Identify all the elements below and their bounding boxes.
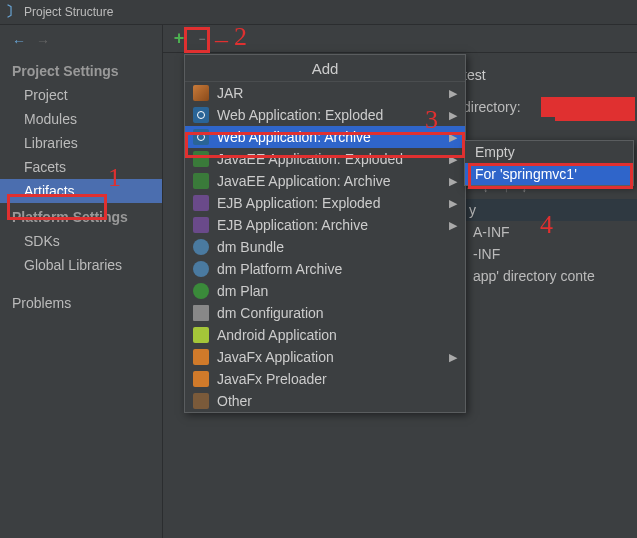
submenu-arrow-icon: ▶ — [449, 153, 457, 166]
popup-item-other[interactable]: Other — [185, 390, 465, 412]
tree-header: y — [453, 199, 637, 221]
popup-item-label: JavaFx Preloader — [217, 371, 327, 387]
fx-icon — [193, 349, 209, 365]
dm-icon — [193, 239, 209, 255]
popup-item-label: Web Application: Exploded — [217, 107, 383, 123]
popup-item-javaee-application-archive[interactable]: JavaEE Application: Archive▶ — [185, 170, 465, 192]
sidebar-item-problems[interactable]: Problems — [0, 291, 162, 315]
submenu-arrow-icon: ▶ — [449, 109, 457, 122]
add-popup: Add JAR▶Web Application: Exploded▶Web Ap… — [184, 54, 466, 413]
popup-item-label: EJB Application: Archive — [217, 217, 368, 233]
popup-title: Add — [185, 55, 465, 82]
sidebar-item-modules[interactable]: Modules — [0, 107, 162, 131]
submenu-item-empty[interactable]: Empty — [465, 141, 633, 163]
popup-item-web-application-exploded[interactable]: Web Application: Exploded▶ — [185, 104, 465, 126]
nav-forward-icon[interactable]: → — [36, 33, 50, 49]
popup-item-label: Web Application: Archive — [217, 129, 371, 145]
popup-item-label: JavaFx Application — [217, 349, 334, 365]
fx-icon — [193, 371, 209, 387]
ejb-icon — [193, 217, 209, 233]
popup-item-label: dm Configuration — [217, 305, 324, 321]
submenu-arrow-icon: ▶ — [449, 87, 457, 100]
submenu-arrow-icon: ▶ — [449, 175, 457, 188]
popup-item-label: Other — [217, 393, 252, 409]
submenu-arrow-icon: ▶ — [449, 219, 457, 232]
sidebar-item-global-libraries[interactable]: Global Libraries — [0, 253, 162, 277]
popup-item-label: Android Application — [217, 327, 337, 343]
popup-item-label: dm Plan — [217, 283, 268, 299]
add-button[interactable]: + — [169, 29, 189, 49]
sidebar-item-facets[interactable]: Facets — [0, 155, 162, 179]
web-icon — [193, 129, 209, 145]
toolbar: + − — [163, 25, 637, 53]
popup-item-dm-platform-archive[interactable]: dm Platform Archive — [185, 258, 465, 280]
add-submenu: EmptyFor 'springmvc1' — [464, 140, 634, 186]
popup-item-android-application[interactable]: Android Application — [185, 324, 465, 346]
submenu-arrow-icon: ▶ — [449, 351, 457, 364]
section-platform-settings: Platform Settings — [0, 203, 162, 229]
file-icon — [193, 305, 209, 321]
popup-item-dm-configuration[interactable]: dm Configuration — [185, 302, 465, 324]
nav-arrows: ← → — [0, 29, 162, 57]
javaee-icon — [193, 151, 209, 167]
javaee-icon — [193, 173, 209, 189]
jar-icon — [193, 85, 209, 101]
sidebar-item-libraries[interactable]: Libraries — [0, 131, 162, 155]
window-title: Project Structure — [24, 5, 113, 19]
popup-item-jar[interactable]: JAR▶ — [185, 82, 465, 104]
sidebar-item-artifacts[interactable]: Artifacts — [0, 179, 162, 203]
web-icon — [193, 107, 209, 123]
titlebar: 〕 Project Structure — [0, 0, 637, 25]
popup-item-label: JAR — [217, 85, 243, 101]
and-icon — [193, 327, 209, 343]
popup-item-label: dm Platform Archive — [217, 261, 342, 277]
popup-item-javafx-preloader[interactable]: JavaFx Preloader — [185, 368, 465, 390]
popup-item-ejb-application-archive[interactable]: EJB Application: Archive▶ — [185, 214, 465, 236]
sidebar-item-project[interactable]: Project — [0, 83, 162, 107]
nav-back-icon[interactable]: ← — [12, 33, 26, 49]
popup-item-label: JavaEE Application: Exploded — [217, 151, 403, 167]
popup-item-javafx-application[interactable]: JavaFx Application▶ — [185, 346, 465, 368]
other-icon — [193, 393, 209, 409]
popup-item-web-application-archive[interactable]: Web Application: Archive▶ — [185, 126, 465, 148]
ejb-icon — [193, 195, 209, 211]
dmp-icon — [193, 283, 209, 299]
popup-item-javaee-application-exploded[interactable]: JavaEE Application: Exploded▶ — [185, 148, 465, 170]
popup-item-label: dm Bundle — [217, 239, 284, 255]
sidebar-item-sdks[interactable]: SDKs — [0, 229, 162, 253]
dm-icon — [193, 261, 209, 277]
output-dir-value-redacted — [541, 97, 621, 117]
sidebar: ← → Project Settings Project Modules Lib… — [0, 25, 163, 538]
popup-item-dm-bundle[interactable]: dm Bundle — [185, 236, 465, 258]
popup-item-dm-plan[interactable]: dm Plan — [185, 280, 465, 302]
ij-logo-icon: 〕 — [6, 3, 20, 21]
submenu-arrow-icon: ▶ — [449, 197, 457, 210]
popup-item-label: JavaEE Application: Archive — [217, 173, 391, 189]
output-dir-label: directory: — [463, 99, 533, 115]
submenu-arrow-icon: ▶ — [449, 131, 457, 144]
popup-item-label: EJB Application: Exploded — [217, 195, 380, 211]
minus-icon[interactable]: − — [195, 32, 209, 46]
popup-item-ejb-application-exploded[interactable]: EJB Application: Exploded▶ — [185, 192, 465, 214]
submenu-item-for-springmvc1-[interactable]: For 'springmvc1' — [465, 163, 633, 185]
section-project-settings: Project Settings — [0, 57, 162, 83]
